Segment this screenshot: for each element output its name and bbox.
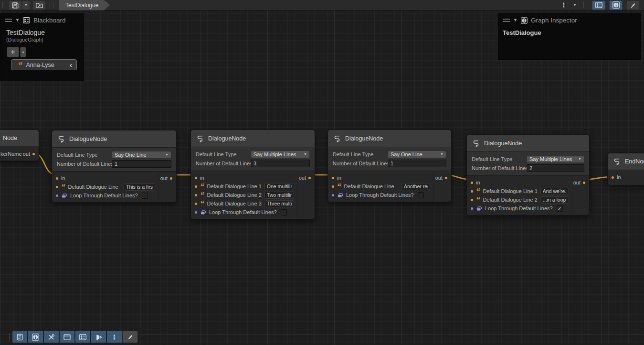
toggle-preview-button[interactable] bbox=[626, 0, 640, 10]
pen-icon bbox=[630, 2, 636, 9]
start-node-title-bar[interactable]: Node bbox=[0, 130, 39, 146]
dialogue-line-field[interactable]: This is a first bbox=[124, 183, 155, 191]
loop-port[interactable] bbox=[56, 194, 58, 197]
node-title: DialogueNode bbox=[69, 136, 107, 142]
tab-testdialogue[interactable]: TestDialogue bbox=[59, 0, 110, 11]
dialogue-line-field[interactable]: Three multilin bbox=[264, 200, 294, 207]
dialogue-line-port[interactable] bbox=[195, 194, 197, 196]
out-port[interactable] bbox=[170, 177, 172, 180]
dialogue-line-port[interactable] bbox=[471, 199, 473, 201]
inspector-header[interactable]: ▼ Graph Inspector bbox=[498, 14, 640, 26]
node-title-bar[interactable]: DialogueNode bbox=[467, 135, 589, 152]
toolbar-drag-handle[interactable] bbox=[2, 2, 6, 8]
dialogue-line-field[interactable]: One multiline bbox=[264, 183, 294, 190]
blackboard-property-anna-lyse[interactable]: “ Anna-Lyse ‹ bbox=[11, 59, 77, 70]
line-type-dropdown[interactable]: Say One Line ▼ bbox=[388, 151, 446, 158]
caret-down-icon: ▼ bbox=[573, 3, 577, 7]
caret-down-icon: ▼ bbox=[24, 3, 28, 7]
panel-drag-handle-icon[interactable] bbox=[503, 19, 510, 22]
dialogue-line-port[interactable] bbox=[471, 190, 473, 193]
dialogue-line-port[interactable] bbox=[195, 203, 197, 205]
line-type-dropdown[interactable]: Say Multiple Lines ▼ bbox=[251, 151, 310, 158]
toggle-doc-button[interactable] bbox=[12, 331, 28, 343]
out-port[interactable] bbox=[32, 153, 35, 155]
toggle-tools-button[interactable] bbox=[43, 331, 59, 343]
loop-port[interactable] bbox=[195, 211, 197, 214]
loop-label: Loop Through Default Lines? bbox=[346, 192, 414, 198]
node-title-bar[interactable]: DialogueNode bbox=[328, 130, 451, 147]
line-type-dropdown[interactable]: Say Multiple Lines ▼ bbox=[527, 155, 584, 163]
toggle-preview-button[interactable] bbox=[122, 331, 138, 343]
dialogue-line-port[interactable] bbox=[332, 185, 334, 188]
toolbar-drag-handle[interactable] bbox=[50, 2, 53, 8]
num-lines-field[interactable]: 3 bbox=[251, 160, 310, 167]
blackboard-header[interactable]: ▼ Blackboard bbox=[0, 14, 84, 26]
dialogue-node-icon bbox=[333, 134, 341, 143]
dialogue-line-field[interactable]: Two multiline bbox=[264, 192, 294, 199]
chevron-left-icon[interactable]: ‹ bbox=[70, 61, 72, 68]
open-asset-button[interactable] bbox=[33, 1, 45, 10]
start-node[interactable]: Node kerName out bbox=[0, 129, 39, 161]
collapse-triangle-icon[interactable]: ▼ bbox=[15, 18, 20, 22]
node-title-bar[interactable]: DialogueNode bbox=[191, 130, 315, 147]
more-options-button[interactable]: ⋮ bbox=[106, 331, 122, 343]
collapse-triangle-icon[interactable]: ▼ bbox=[513, 18, 517, 22]
dialogue-line-field[interactable]: Another regu bbox=[401, 183, 430, 190]
top-toolbar: ▼ TestDialogue ⋮ ▼ bbox=[0, 0, 644, 11]
num-lines-label: Number of Default Lines bbox=[472, 165, 527, 171]
toggle-blackboard-button[interactable] bbox=[592, 0, 605, 10]
overflow-caret-button[interactable]: ▼ bbox=[571, 1, 579, 10]
save-button[interactable] bbox=[9, 1, 21, 10]
dialogue-line-port[interactable] bbox=[195, 185, 197, 188]
overflow-menu-button[interactable]: ⋮ bbox=[558, 1, 570, 10]
in-port[interactable] bbox=[332, 177, 334, 179]
blackboard-graph-type: (DialogueGraph) bbox=[0, 36, 84, 43]
dialogue-node-4[interactable]: DialogueNode Default Line Type Say Multi… bbox=[466, 134, 590, 216]
line-type-dropdown[interactable]: Say One Line ▼ bbox=[112, 151, 171, 159]
start-node-title: Node bbox=[3, 135, 17, 141]
panel-drag-handle-icon[interactable] bbox=[5, 19, 12, 22]
toggle-window-button[interactable] bbox=[59, 331, 75, 343]
toggle-dialogue-button[interactable] bbox=[91, 331, 106, 343]
in-port[interactable] bbox=[471, 182, 473, 184]
dialogue-line-field[interactable]: ...in a loop bbox=[540, 196, 569, 204]
loop-port[interactable] bbox=[332, 194, 334, 196]
dialogue-node-2[interactable]: DialogueNode Default Line Type Say Multi… bbox=[190, 129, 315, 219]
in-port[interactable] bbox=[195, 177, 197, 179]
loop-checkbox[interactable] bbox=[281, 209, 287, 216]
in-port[interactable] bbox=[56, 177, 58, 180]
blackboard-icon bbox=[79, 334, 86, 340]
dialogue-node-3[interactable]: DialogueNode Default Line Type Say One L… bbox=[327, 129, 452, 202]
node-title-bar[interactable]: DialogueNode bbox=[52, 130, 176, 148]
in-port[interactable] bbox=[612, 176, 614, 179]
dialogue-line-label: Default Dialogue Line bbox=[344, 183, 394, 189]
toolbar-drag-handle[interactable] bbox=[583, 2, 587, 8]
num-lines-field[interactable]: 1 bbox=[388, 160, 446, 167]
out-port[interactable] bbox=[308, 177, 311, 179]
loop-icon bbox=[61, 193, 67, 199]
add-property-dropdown-button[interactable]: ▼ bbox=[20, 47, 26, 57]
out-port-label: out bbox=[23, 151, 30, 157]
save-dropdown-button[interactable]: ▼ bbox=[22, 1, 30, 10]
add-property-button[interactable]: + bbox=[7, 47, 19, 57]
dialogue-line-field[interactable]: And we're... bbox=[540, 188, 569, 195]
out-port[interactable] bbox=[445, 177, 447, 179]
toggle-blackboard-button[interactable] bbox=[75, 331, 91, 343]
toolbar-drag-handle[interactable] bbox=[6, 333, 10, 341]
loop-checkbox[interactable]: ✓ bbox=[557, 205, 563, 212]
out-port[interactable] bbox=[583, 182, 585, 184]
toggle-inspector-button[interactable] bbox=[609, 0, 623, 10]
toggle-info-button[interactable] bbox=[28, 331, 43, 343]
num-lines-field[interactable]: 2 bbox=[527, 164, 584, 172]
end-node[interactable]: EndNode in bbox=[607, 153, 644, 185]
out-port-label: out bbox=[160, 175, 168, 181]
dialogue-line-label: Default Dialogue Line bbox=[68, 184, 118, 190]
loop-checkbox[interactable] bbox=[142, 193, 148, 199]
num-lines-field[interactable]: 1 bbox=[112, 160, 171, 168]
loop-port[interactable] bbox=[471, 207, 473, 210]
loop-checkbox[interactable] bbox=[418, 192, 424, 198]
end-node-title-bar[interactable]: EndNode bbox=[608, 153, 644, 170]
dialogue-line-port[interactable] bbox=[56, 186, 58, 188]
dialogue-node-1[interactable]: DialogueNode Default Line Type Say One L… bbox=[52, 130, 177, 203]
in-port-label: in bbox=[337, 175, 341, 181]
